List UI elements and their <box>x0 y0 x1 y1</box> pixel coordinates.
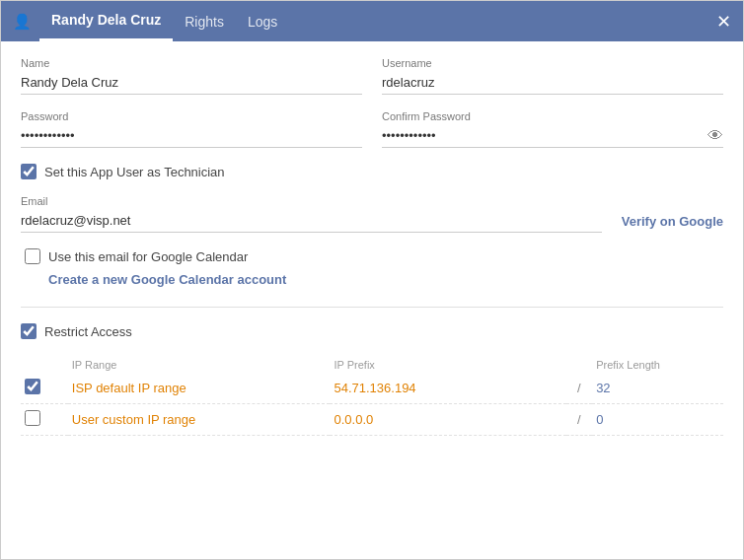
gcal-email-checkbox[interactable] <box>25 248 40 264</box>
close-button[interactable]: ✕ <box>716 13 731 31</box>
password-input[interactable] <box>21 124 362 148</box>
tab-logs[interactable]: Logs <box>236 1 289 41</box>
dialog-header: 👤 Randy Dela Cruz Rights Logs ✕ <box>1 1 743 41</box>
tab-randy[interactable]: Randy Dela Cruz <box>39 1 173 41</box>
ip-range-0: ISP default IP range <box>68 373 331 404</box>
username-input[interactable] <box>382 71 723 95</box>
verify-link[interactable]: Verify on Google <box>622 214 723 233</box>
ip-range-1: User custom IP range <box>68 404 331 436</box>
name-input[interactable] <box>21 71 362 95</box>
gcal-section: Use this email for Google Calendar Creat… <box>21 248 723 287</box>
ip-table-row: User custom IP range0.0.0.0/0 <box>21 404 723 436</box>
restrict-label: Restrict Access <box>44 324 132 339</box>
th-slash <box>566 355 593 373</box>
confirm-password-input[interactable] <box>382 124 723 148</box>
ip-checkbox-1[interactable] <box>25 410 40 426</box>
user-icon: 👤 <box>13 13 32 31</box>
username-group: Username <box>382 57 723 95</box>
ip-slash-0: / <box>566 373 593 404</box>
restrict-checkbox[interactable] <box>21 323 37 339</box>
dialog-body: Name Username Password Confirm Password … <box>1 41 743 559</box>
username-label: Username <box>382 57 723 69</box>
technician-row: Set this App User as Technician <box>21 164 723 179</box>
restrict-section: Restrict Access IP Range IP Prefix Prefi… <box>21 323 723 436</box>
email-label: Email <box>21 195 602 207</box>
password-group: Password <box>21 110 362 148</box>
gcal-create-link[interactable]: Create a new Google Calendar account <box>25 272 723 287</box>
th-prefix: IP Prefix <box>330 355 565 373</box>
confirm-password-label: Confirm Password <box>382 110 723 122</box>
password-label: Password <box>21 110 362 122</box>
divider <box>21 307 723 308</box>
th-check <box>21 355 68 373</box>
th-length: Prefix Length <box>592 355 723 373</box>
ip-slash-1: / <box>566 404 593 436</box>
password-wrapper <box>21 124 362 148</box>
dialog-container: 👤 Randy Dela Cruz Rights Logs ✕ Name Use… <box>0 0 744 560</box>
technician-label: Set this App User as Technician <box>44 165 225 179</box>
ip-row-check-1 <box>21 404 68 436</box>
ip-prefix-1: 0.0.0.0 <box>330 404 565 436</box>
gcal-email-label: Use this email for Google Calendar <box>48 249 248 264</box>
name-username-row: Name Username <box>21 57 723 95</box>
ip-row-check-0 <box>21 373 68 404</box>
gcal-email-row: Use this email for Google Calendar <box>25 248 723 264</box>
email-row: Email Verify on Google <box>21 195 723 233</box>
password-row: Password Confirm Password 👁 <box>21 110 723 148</box>
eye-icon[interactable]: 👁 <box>707 127 723 145</box>
ip-table: IP Range IP Prefix Prefix Length ISP def… <box>21 355 723 436</box>
ip-checkbox-0[interactable] <box>25 379 40 394</box>
name-group: Name <box>21 57 362 95</box>
confirm-password-group: Confirm Password 👁 <box>382 110 723 148</box>
ip-length-1: 0 <box>592 404 723 436</box>
email-group: Email <box>21 195 602 233</box>
technician-checkbox[interactable] <box>21 164 37 179</box>
ip-prefix-0: 54.71.136.194 <box>330 373 565 404</box>
tab-rights[interactable]: Rights <box>173 1 236 41</box>
th-range: IP Range <box>68 355 331 373</box>
restrict-row: Restrict Access <box>21 323 723 339</box>
ip-table-row: ISP default IP range54.71.136.194/32 <box>21 373 723 404</box>
ip-length-0: 32 <box>592 373 723 404</box>
email-input[interactable] <box>21 209 602 233</box>
confirm-password-wrapper: 👁 <box>382 124 723 148</box>
name-label: Name <box>21 57 362 69</box>
